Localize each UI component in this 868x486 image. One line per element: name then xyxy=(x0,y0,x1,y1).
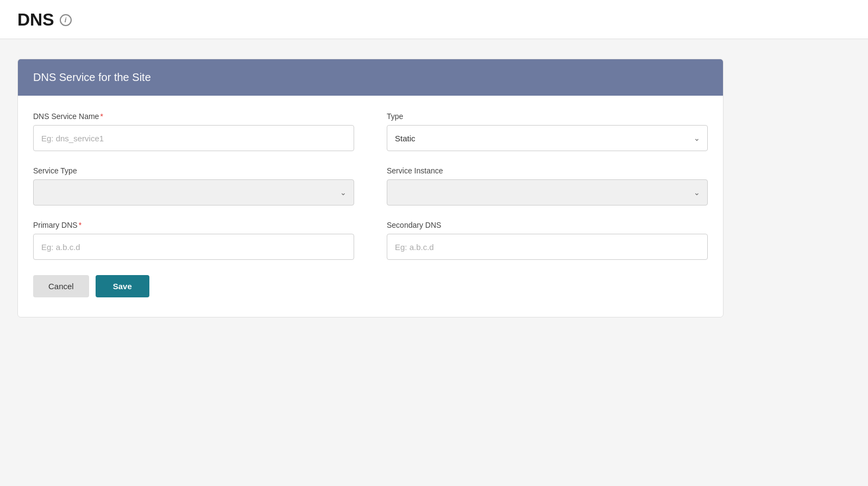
primary-dns-label: Primary DNS* xyxy=(33,221,354,229)
service-instance-select-wrapper: ⌄ xyxy=(387,179,708,205)
secondary-dns-input[interactable] xyxy=(387,234,708,260)
service-type-select[interactable] xyxy=(33,179,354,205)
service-instance-label: Service Instance xyxy=(387,166,708,175)
service-type-field: Service Type ⌄ xyxy=(33,166,354,205)
type-field: Type Static Dynamic ⌄ xyxy=(387,112,708,151)
form-row-3: Primary DNS* Secondary DNS xyxy=(33,221,708,260)
page-title: DNS xyxy=(17,10,54,30)
service-instance-field: Service Instance ⌄ xyxy=(387,166,708,205)
dns-service-name-label: DNS Service Name* xyxy=(33,112,354,121)
cancel-button[interactable]: Cancel xyxy=(33,275,89,297)
form-actions: Cancel Save xyxy=(33,275,708,297)
save-button[interactable]: Save xyxy=(96,275,149,297)
dns-service-name-required: * xyxy=(100,112,103,121)
card-header: DNS Service for the Site xyxy=(18,59,723,96)
secondary-dns-label: Secondary DNS xyxy=(387,221,708,229)
card-header-title: DNS Service for the Site xyxy=(33,71,151,83)
secondary-dns-field: Secondary DNS xyxy=(387,221,708,260)
form-row-1: DNS Service Name* Type Static Dynamic ⌄ xyxy=(33,112,708,151)
primary-dns-required: * xyxy=(79,221,81,229)
form-row-2: Service Type ⌄ Service Instance xyxy=(33,166,708,205)
primary-dns-input[interactable] xyxy=(33,234,354,260)
service-type-select-wrapper: ⌄ xyxy=(33,179,354,205)
card-body: DNS Service Name* Type Static Dynamic ⌄ xyxy=(18,96,723,317)
info-icon[interactable]: i xyxy=(60,14,72,26)
service-type-label: Service Type xyxy=(33,166,354,175)
dns-service-name-input[interactable] xyxy=(33,125,354,151)
page-content: DNS Service for the Site DNS Service Nam… xyxy=(0,39,868,337)
service-instance-select[interactable] xyxy=(387,179,708,205)
dns-service-name-field: DNS Service Name* xyxy=(33,112,354,151)
type-select[interactable]: Static Dynamic xyxy=(387,125,708,151)
page-header: DNS i xyxy=(0,0,868,39)
dns-card: DNS Service for the Site DNS Service Nam… xyxy=(17,59,724,317)
primary-dns-field: Primary DNS* xyxy=(33,221,354,260)
type-label: Type xyxy=(387,112,708,121)
type-select-wrapper: Static Dynamic ⌄ xyxy=(387,125,708,151)
